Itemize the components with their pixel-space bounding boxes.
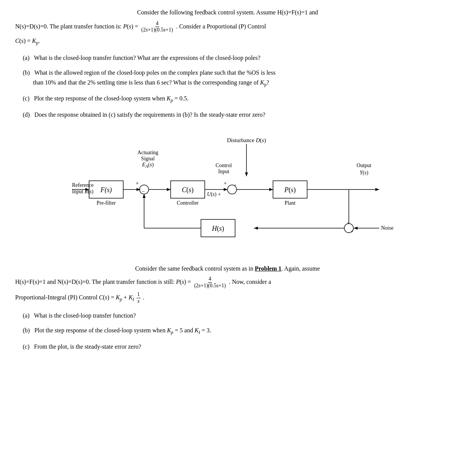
prefilter-label: Pre-filter bbox=[97, 200, 116, 206]
svg-marker-17 bbox=[354, 227, 358, 230]
question-1c: (c) Plot the step response of the closed… bbox=[23, 94, 440, 104]
problem2-intro-line1: Consider the same feedback control syste… bbox=[15, 263, 440, 274]
p2-plant-denominator: (2s+1)(0.5s+1) bbox=[193, 283, 227, 289]
problem2-controller-line: Proportional-Integral (PI) Control C(s) … bbox=[15, 291, 440, 305]
svg-marker-13 bbox=[375, 188, 379, 191]
p2-plant-numerator: 4 bbox=[208, 276, 212, 283]
q2c-text: From the plot, is the steady-state error… bbox=[34, 343, 141, 350]
q1c-text: Plot the step response of the closed-loo… bbox=[34, 95, 188, 102]
q1b-text2: than 10% and that the 2% settling time i… bbox=[33, 78, 440, 88]
Us-label: U(s) + bbox=[207, 191, 221, 197]
block-diagram: Disturbance D(s) Actuating Signal EA(s) … bbox=[61, 131, 394, 252]
p2-line2-suffix: . Now, consider a bbox=[229, 279, 271, 285]
intro-line2-suffix: . Consider a Proportional (P) Control bbox=[176, 23, 266, 30]
p2-controller-text: Proportional-Integral (PI) Control C(s) … bbox=[15, 294, 134, 301]
q2a-label: (a) bbox=[23, 312, 33, 319]
intro-line1: Consider the following feedback control … bbox=[137, 9, 318, 16]
controller-text: C(s) = Kp. bbox=[15, 38, 40, 44]
svg-marker-22 bbox=[143, 194, 146, 198]
p2-intro-text: Consider the same feedback control syste… bbox=[135, 265, 320, 272]
Hs-text: H(s) bbox=[212, 225, 224, 233]
Fs-text: F(s) bbox=[100, 186, 112, 194]
p2-line2-text: H(s)=F(s)=1 and N(s)=D(s)=0. The plant t… bbox=[15, 279, 193, 285]
q2c-label: (c) bbox=[23, 343, 33, 350]
plant-numerator: 4 bbox=[155, 20, 159, 27]
plus-noise-top: + bbox=[347, 221, 350, 226]
Cs-text: C(s) bbox=[182, 186, 193, 194]
Ps-text: P(s) bbox=[284, 186, 296, 194]
noise-label: Noise N(s) bbox=[381, 225, 394, 231]
problem1-intro: Consider the following feedback control … bbox=[15, 8, 440, 17]
control-label: Control bbox=[216, 163, 232, 168]
q1d-label: (d) bbox=[23, 111, 33, 118]
disturbance-label: Disturbance D(s) bbox=[227, 137, 266, 144]
Ys-label: Y(s) bbox=[360, 170, 369, 176]
q1c-label: (c) bbox=[23, 95, 33, 102]
problem1-questions: (a) What is the closed-loop transfer fun… bbox=[23, 53, 440, 120]
q1a-text: What is the closed-loop transfer functio… bbox=[34, 55, 260, 61]
svg-marker-1 bbox=[245, 172, 248, 176]
question-2c: (c) From the plot, is the steady-state e… bbox=[23, 342, 440, 352]
problem2-section: Consider the same feedback control syste… bbox=[15, 263, 440, 351]
controller-label: Controller bbox=[177, 200, 199, 206]
question-2a: (a) What is the closed-loop transfer fun… bbox=[23, 311, 440, 321]
diagram-svg: Disturbance D(s) Actuating Signal EA(s) … bbox=[61, 131, 394, 252]
intro-line2-block: N(s)=D(s)=0. The plant transfer function… bbox=[15, 20, 440, 34]
plant-label: Plant bbox=[285, 200, 296, 206]
p2-ki-denominator: s bbox=[137, 298, 140, 305]
p2-controller-dot: . bbox=[143, 294, 144, 301]
plus-top: + bbox=[234, 183, 236, 187]
minus-sign: − bbox=[142, 189, 145, 194]
svg-marker-7 bbox=[167, 188, 171, 191]
problem2-intro-line2: H(s)=F(s)=1 and N(s)=D(s)=0. The plant t… bbox=[15, 276, 440, 289]
block-diagram-section: Disturbance D(s) Actuating Signal EA(s) … bbox=[15, 131, 440, 252]
svg-marker-19 bbox=[254, 227, 258, 230]
plant-denominator: (2s+1)(0.5s+1) bbox=[141, 27, 174, 33]
p2-ki-numerator: 1 bbox=[136, 291, 141, 298]
question-1b: (b) What is the allowed region of the cl… bbox=[23, 68, 440, 88]
page-content: Consider the following feedback control … bbox=[15, 8, 440, 351]
q2a-text: What is the closed-loop transfer functio… bbox=[34, 312, 136, 319]
plant-fraction: 4 (2s+1)(0.5s+1) bbox=[141, 20, 174, 34]
reference-label: Reference bbox=[72, 182, 94, 188]
q1a-label: (a) bbox=[23, 55, 33, 61]
ea-label: EA(s) bbox=[142, 162, 154, 169]
svg-marker-9 bbox=[224, 188, 228, 191]
controller-line: C(s) = Kp. bbox=[15, 36, 440, 47]
q2b-text: Plot the step response of the closed-loo… bbox=[35, 327, 211, 334]
plus-noise-right: + bbox=[351, 229, 353, 234]
p2-plant-fraction: 4 (2s+1)(0.5s+1) bbox=[193, 276, 227, 289]
p2-ki-fraction: 1 s bbox=[136, 291, 141, 305]
intro-line2-text: N(s)=D(s)=0. The plant transfer function… bbox=[15, 23, 140, 30]
q2b-label: (b) bbox=[23, 327, 33, 334]
signal-label: Signal bbox=[141, 156, 155, 161]
input-label: Input bbox=[218, 169, 229, 174]
actuating-label: Actuating bbox=[137, 150, 158, 155]
output-label: Output bbox=[357, 163, 372, 168]
q1b-label: (b) bbox=[23, 69, 33, 76]
plus-sign-1: + bbox=[136, 180, 139, 186]
svg-marker-11 bbox=[269, 188, 273, 191]
question-1a: (a) What is the closed-loop transfer fun… bbox=[23, 53, 440, 63]
question-2b: (b) Plot the step response of the closed… bbox=[23, 326, 440, 336]
plus-sign-2: + bbox=[224, 180, 227, 186]
problem2-questions: (a) What is the closed-loop transfer fun… bbox=[23, 311, 440, 352]
q1b-text1: What is the allowed region of the closed… bbox=[34, 69, 275, 76]
question-1d: (d) Does the response obtained in (c) sa… bbox=[23, 110, 440, 120]
q1d-text: Does the response obtained in (c) satisf… bbox=[35, 111, 265, 118]
